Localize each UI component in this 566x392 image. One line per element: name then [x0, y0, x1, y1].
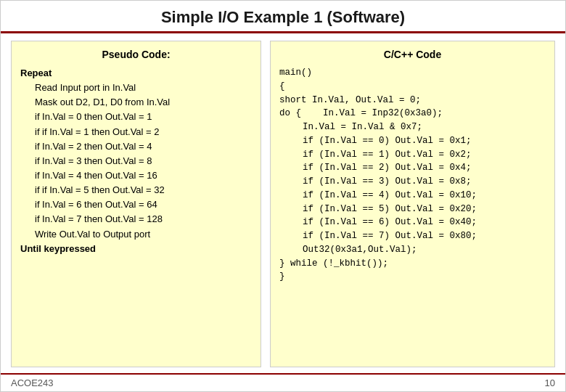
pseudo-line-8: if if In.Val = 5 then Out.Val = 32 [20, 183, 252, 197]
content-area: Pseudo Code: Repeat Read Input port in I… [1, 33, 565, 373]
pseudo-line-4: if if In.Val = 1 then Out.Val = 2 [20, 125, 252, 139]
cpp-line-open: { [279, 80, 546, 94]
pseudo-line-9: if In.Val = 6 then Out.Val = 64 [20, 197, 252, 212]
pseudo-line-1: Read Input port in In.Val [20, 81, 252, 95]
cpp-line-mask: In.Val = In.Val & 0x7; [279, 121, 546, 134]
pseudo-line-until: Until keypressed [20, 242, 252, 256]
cpp-line-if5: if (In.Val == 5) Out.Val = 0x20; [279, 203, 546, 216]
pseudo-header: Pseudo Code: [20, 49, 252, 60]
cpp-line-short: short In.Val, Out.Val = 0; [279, 94, 546, 107]
cpp-panel: C/C++ Code main() { short In.Val, Out.Va… [270, 41, 555, 367]
footer-left: ACOE243 [11, 377, 54, 388]
pseudo-panel: Pseudo Code: Repeat Read Input port in I… [11, 41, 261, 367]
cpp-line-if3: if (In.Val == 3) Out.Val = 0x8; [279, 175, 546, 189]
cpp-line-if4: if (In.Val == 4) Out.Val = 0x10; [279, 189, 546, 203]
pseudo-line-2: Mask out D2, D1, D0 from In.Val [20, 95, 252, 110]
cpp-header: C/C++ Code [279, 49, 546, 60]
cpp-line-if0: if (In.Val == 0) Out.Val = 0x1; [279, 134, 546, 148]
cpp-line-close: } [279, 270, 546, 284]
pseudo-line-7: if In.Val = 4 then Out.Val = 16 [20, 168, 252, 183]
cpp-line-out32: Out32(0x3a1,Out.Val); [279, 243, 546, 257]
footer: ACOE243 10 [1, 373, 565, 391]
slide-title: Simple I/O Example 1 (Software) [161, 8, 405, 26]
cpp-code-block: main() { short In.Val, Out.Val = 0; do {… [279, 66, 546, 284]
cpp-line-do: do { In.Val = Inp32(0x3a0); [279, 107, 546, 121]
cpp-line-if2: if (In.Val == 2) Out.Val = 0x4; [279, 161, 546, 175]
title-bar: Simple I/O Example 1 (Software) [1, 1, 565, 33]
cpp-line-while: } while (!_kbhit()); [279, 257, 546, 271]
cpp-line-if7: if (In.Val == 7) Out.Val = 0x80; [279, 229, 546, 243]
slide: Simple I/O Example 1 (Software) Pseudo C… [0, 0, 566, 392]
pseudo-line-3: if In.Val = 0 then Out.Val = 1 [20, 110, 252, 124]
pseudo-code-block: Repeat Read Input port in In.Val Mask ou… [20, 66, 252, 256]
pseudo-line-6: if In.Val = 3 then Out.Val = 8 [20, 154, 252, 168]
pseudo-line-repeat: Repeat [20, 66, 252, 81]
cpp-line-main: main() [279, 66, 546, 80]
pseudo-line-5: if In.Val = 2 then Out.Val = 4 [20, 139, 252, 154]
cpp-line-if6: if (In.Val == 6) Out.Val = 0x40; [279, 216, 546, 229]
footer-right: 10 [545, 377, 555, 388]
pseudo-line-11: Write Out.Val to Output port [20, 227, 252, 242]
cpp-line-if1: if (In.Val == 1) Out.Val = 0x2; [279, 148, 546, 162]
pseudo-line-10: if In.Val = 7 then Out.Val = 128 [20, 212, 252, 226]
